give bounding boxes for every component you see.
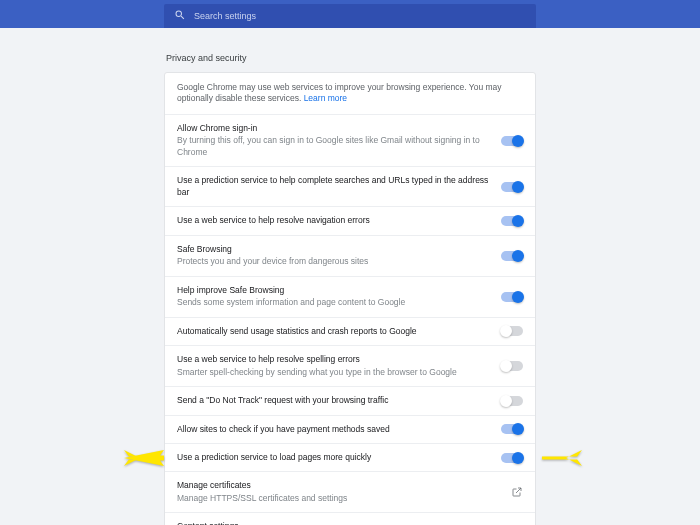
row-text: Send a "Do Not Track" request with your … [177, 395, 501, 406]
row-subtitle: Manage HTTPS/SSL certificates and settin… [177, 493, 501, 504]
toggle-switch[interactable] [501, 453, 523, 463]
row-title: Safe Browsing [177, 244, 491, 255]
row-title: Manage certificates [177, 480, 501, 491]
row-text: Content settingsControl what information… [177, 521, 511, 525]
privacy-card: Google Chrome may use web services to im… [164, 72, 536, 525]
row-title: Send a "Do Not Track" request with your … [177, 395, 491, 406]
learn-more-link[interactable]: Learn more [304, 93, 347, 103]
row-title: Use a prediction service to help complet… [177, 175, 491, 198]
open-external-icon[interactable] [511, 486, 523, 498]
search-icon [174, 9, 186, 23]
settings-row: Use a web service to help resolve naviga… [165, 207, 535, 235]
row-text: Allow sites to check if you have payment… [177, 424, 501, 435]
settings-row: Use a web service to help resolve spelli… [165, 346, 535, 387]
row-text: Safe BrowsingProtects you and your devic… [177, 244, 501, 268]
header-bar [0, 0, 700, 28]
settings-row: Use a prediction service to help complet… [165, 167, 535, 207]
search-input[interactable] [194, 11, 526, 21]
row-subtitle: By turning this off, you can sign in to … [177, 135, 491, 158]
content-area: Privacy and security Google Chrome may u… [164, 28, 536, 525]
row-text: Use a prediction service to help complet… [177, 175, 501, 198]
toggle-switch[interactable] [501, 251, 523, 261]
row-subtitle: Smarter spell-checking by sending what y… [177, 367, 491, 378]
settings-row: Automatically send usage statistics and … [165, 318, 535, 346]
search-input-wrap[interactable] [164, 4, 536, 28]
toggle-switch[interactable] [501, 424, 523, 434]
row-title: Allow sites to check if you have payment… [177, 424, 491, 435]
annotation-arrow-right [542, 448, 582, 468]
svg-marker-2 [542, 450, 582, 466]
settings-row: Help improve Safe BrowsingSends some sys… [165, 277, 535, 318]
row-text: Use a prediction service to load pages m… [177, 452, 501, 463]
annotation-arrow-left [124, 448, 164, 468]
row-title: Allow Chrome sign-in [177, 123, 491, 134]
settings-row: Use a prediction service to load pages m… [165, 444, 535, 472]
row-subtitle: Sends some system information and page c… [177, 297, 491, 308]
settings-row: Send a "Do Not Track" request with your … [165, 387, 535, 415]
row-title: Use a web service to help resolve naviga… [177, 215, 491, 226]
toggle-switch[interactable] [501, 182, 523, 192]
row-text: Use a web service to help resolve spelli… [177, 354, 501, 378]
row-title: Content settings [177, 521, 501, 525]
settings-row: Safe BrowsingProtects you and your devic… [165, 236, 535, 277]
settings-row: Allow Chrome sign-inBy turning this off,… [165, 115, 535, 167]
row-title: Use a prediction service to load pages m… [177, 452, 491, 463]
toggle-switch[interactable] [501, 292, 523, 302]
toggle-switch[interactable] [501, 361, 523, 371]
row-text: Allow Chrome sign-inBy turning this off,… [177, 123, 501, 158]
toggle-switch[interactable] [501, 326, 523, 336]
section-title: Privacy and security [166, 53, 536, 63]
row-title: Automatically send usage statistics and … [177, 326, 491, 337]
row-title: Help improve Safe Browsing [177, 285, 491, 296]
toggle-switch[interactable] [501, 216, 523, 226]
row-text: Use a web service to help resolve naviga… [177, 215, 501, 226]
intro-text: Google Chrome may use web services to im… [165, 73, 535, 115]
toggle-switch[interactable] [501, 136, 523, 146]
settings-row[interactable]: Content settingsControl what information… [165, 513, 535, 525]
toggle-switch[interactable] [501, 396, 523, 406]
settings-row[interactable]: Manage certificatesManage HTTPS/SSL cert… [165, 472, 535, 513]
settings-row: Allow sites to check if you have payment… [165, 416, 535, 444]
row-text: Automatically send usage statistics and … [177, 326, 501, 337]
row-subtitle: Protects you and your device from danger… [177, 256, 491, 267]
row-text: Manage certificatesManage HTTPS/SSL cert… [177, 480, 511, 504]
row-title: Use a web service to help resolve spelli… [177, 354, 491, 365]
row-text: Help improve Safe BrowsingSends some sys… [177, 285, 501, 309]
